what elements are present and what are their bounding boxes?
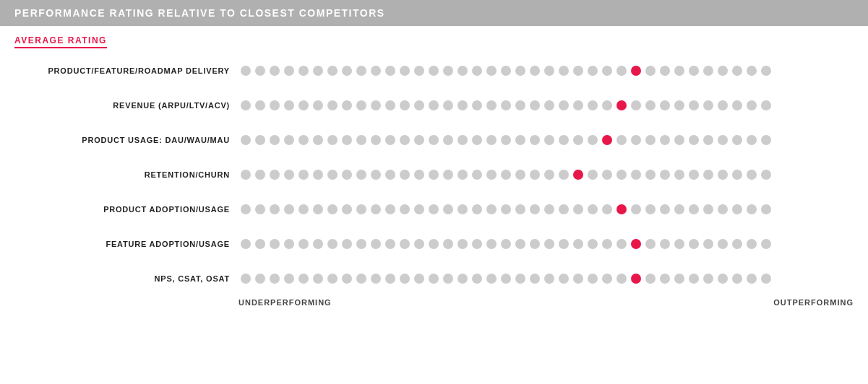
chart-row: NPS, CSAT, OSAT [14,262,854,295]
inactive-dot [718,135,728,145]
inactive-dot [501,100,511,110]
inactive-dot [645,66,656,76]
inactive-dot [327,100,338,110]
inactive-dot [371,239,381,249]
inactive-dot [544,66,554,76]
inactive-dot [602,204,612,214]
inactive-dot [298,204,309,214]
inactive-dot [732,135,742,145]
inactive-dot [515,135,525,145]
inactive-dot [515,66,525,76]
inactive-dot [645,239,656,249]
row-label: RETENTION/CHURN [14,170,239,179]
inactive-dot [457,170,468,180]
inactive-dot [356,274,366,284]
inactive-dot [674,66,684,76]
inactive-dot [703,274,713,284]
inactive-dot [457,100,468,110]
inactive-dot [544,274,554,284]
inactive-dot [342,100,352,110]
inactive-dot [457,239,468,249]
inactive-dot [703,135,713,145]
inactive-dot [732,239,742,249]
inactive-dot [356,66,366,76]
inactive-dot [429,135,439,145]
inactive-dot [270,170,280,180]
avg-rating-label: AVERAGE RATING [14,35,107,48]
inactive-dot [660,66,670,76]
inactive-dot [544,204,554,214]
inactive-dot [371,204,381,214]
inactive-dot [747,274,757,284]
inactive-dot [414,66,424,76]
inactive-dot [443,135,453,145]
inactive-dot [443,66,453,76]
active-dot [631,66,641,76]
chart-header: PERFORMANCE RATING RELATIVE TO CLOSEST C… [0,0,868,26]
dots-row [239,170,854,180]
inactive-dot [544,135,554,145]
inactive-dot [429,170,439,180]
inactive-dot [385,66,395,76]
row-label: PRODUCT/FEATURE/ROADMAP DELIVERY [14,66,239,75]
inactive-dot [472,66,482,76]
inactive-dot [443,274,453,284]
inactive-dot [674,204,684,214]
inactive-dot [602,274,612,284]
inactive-dot [284,170,294,180]
inactive-dot [457,204,468,214]
inactive-dot [472,100,482,110]
dots-row [239,274,854,284]
inactive-dot [356,100,366,110]
inactive-dot [429,66,439,76]
inactive-dot [732,66,742,76]
inactive-dot [342,204,352,214]
chart-title: PERFORMANCE RATING RELATIVE TO CLOSEST C… [14,7,385,19]
inactive-dot [270,100,280,110]
inactive-dot [400,204,410,214]
inactive-dot [718,66,728,76]
inactive-dot [356,170,366,180]
inactive-dot [298,66,309,76]
inactive-dot [616,239,627,249]
dots-row [239,239,854,249]
inactive-dot [544,100,554,110]
inactive-dot [472,274,482,284]
inactive-dot [689,239,699,249]
inactive-dot [689,274,699,284]
inactive-dot [443,100,453,110]
inactive-dot [443,239,453,249]
inactive-dot [559,100,569,110]
inactive-dot [616,274,627,284]
inactive-dot [429,239,439,249]
inactive-dot [559,204,569,214]
dots-row [239,204,854,214]
inactive-dot [255,170,265,180]
inactive-dot [486,170,497,180]
inactive-dot [515,100,525,110]
inactive-dot [718,170,728,180]
inactive-dot [660,135,670,145]
inactive-dot [660,204,670,214]
main-container: PERFORMANCE RATING RELATIVE TO CLOSEST C… [0,0,868,384]
inactive-dot [732,204,742,214]
dots-row [239,135,854,145]
inactive-dot [530,274,540,284]
inactive-dot [631,204,641,214]
inactive-dot [588,135,598,145]
inactive-dot [400,239,410,249]
axis-left-label: UNDERPERFORMING [239,298,332,307]
chart-row: REVENUE (ARPU/LTV/ACV) [14,89,854,122]
inactive-dot [718,204,728,214]
inactive-dot [588,274,598,284]
inactive-dot [356,135,366,145]
inactive-dot [284,204,294,214]
inactive-dot [457,135,468,145]
inactive-dot [255,135,265,145]
inactive-dot [544,239,554,249]
inactive-dot [573,239,583,249]
active-dot [631,274,641,284]
chart-row: RETENTION/CHURN [14,158,854,191]
inactive-dot [356,204,366,214]
inactive-dot [732,100,742,110]
